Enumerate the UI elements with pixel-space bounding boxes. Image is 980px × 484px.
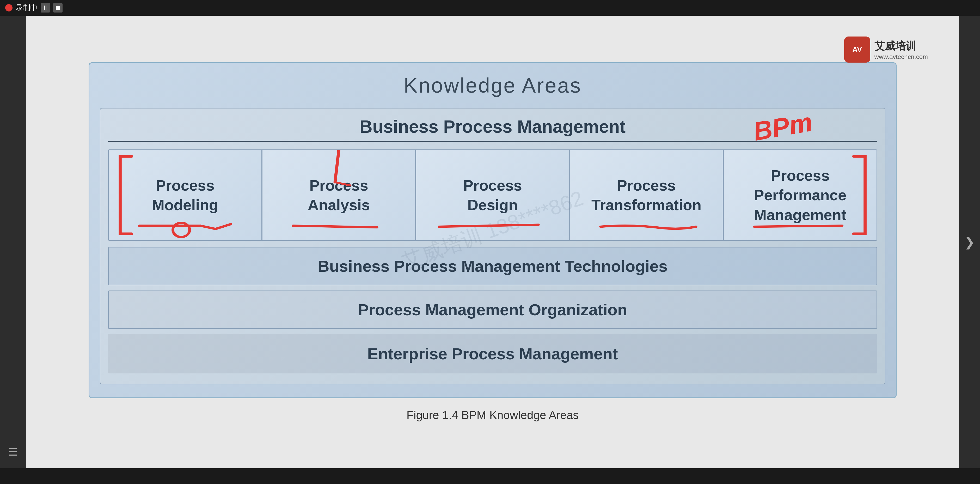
svg-line-6 bbox=[439, 225, 538, 227]
cell-process-transformation: ProcessTransformation bbox=[570, 150, 723, 241]
company-url: www.avtechcn.com bbox=[875, 53, 928, 61]
main-content: AV 艾威培训 www.avtechcn.com 艾威培训 138****862… bbox=[26, 16, 959, 468]
menu-icon[interactable]: ☰ bbox=[8, 446, 18, 458]
tech-bar: Business Process Management Technologies bbox=[108, 247, 877, 285]
svg-line-5 bbox=[293, 226, 377, 227]
figure-caption: Figure 1.4 BPM Knowledge Areas bbox=[407, 409, 579, 422]
svg-line-7 bbox=[754, 226, 842, 227]
org-bar-text: Process Management Organization bbox=[358, 301, 627, 318]
tech-bar-text: Business Process Management Technologies bbox=[318, 257, 668, 275]
cell-process-modeling: ProcessModeling bbox=[108, 150, 262, 241]
right-sidebar[interactable]: ❯ bbox=[959, 16, 980, 468]
cell-text-design: ProcessDesign bbox=[463, 175, 522, 215]
company-name: 艾威培训 bbox=[875, 39, 928, 53]
logo-text: 艾威培训 www.avtechcn.com bbox=[875, 39, 928, 61]
cell-text-performance: ProcessPerformanceManagement bbox=[754, 166, 846, 224]
record-label: 录制中 bbox=[16, 3, 38, 13]
stop-button[interactable]: ⏹ bbox=[53, 3, 62, 13]
bpm-annotation: BPm bbox=[753, 110, 839, 154]
cell-process-design: ProcessDesign bbox=[416, 150, 570, 241]
cell-text-analysis: ProcessAnalysis bbox=[308, 175, 370, 215]
diagram-box: 艾威培训 138****862 Knowledge Areas Business… bbox=[89, 62, 897, 398]
svg-text:BPm: BPm bbox=[751, 107, 815, 146]
cell-text-modeling: ProcessModeling bbox=[152, 175, 218, 215]
enterprise-bar-text: Enterprise Process Management bbox=[367, 345, 618, 363]
cell-text-transformation: ProcessTransformation bbox=[592, 175, 702, 215]
bpm-outer-box: Business Process Management BPm bbox=[100, 108, 885, 384]
enterprise-bar: Enterprise Process Management bbox=[108, 334, 877, 373]
cell-process-analysis: ProcessAnalysis bbox=[262, 150, 416, 241]
logo-box: AV bbox=[844, 37, 870, 62]
next-arrow-icon[interactable]: ❯ bbox=[964, 235, 975, 249]
record-indicator bbox=[5, 4, 13, 11]
cell-process-performance: ProcessPerformanceManagement bbox=[723, 150, 877, 241]
diagram-wrapper: 艾威培训 138****862 Knowledge Areas Business… bbox=[76, 62, 910, 422]
bottom-bar bbox=[0, 468, 980, 484]
process-cells-row: ProcessModeling ProcessAnalysis bbox=[108, 150, 877, 241]
org-bar: Process Management Organization bbox=[108, 290, 877, 329]
diagram-title: Knowledge Areas bbox=[100, 73, 885, 97]
svg-point-2 bbox=[173, 223, 189, 237]
top-bar: 录制中 ⏸ ⏹ bbox=[0, 0, 980, 16]
logo-area: AV 艾威培训 www.avtechcn.com bbox=[844, 37, 928, 62]
left-sidebar: ☰ bbox=[0, 16, 26, 468]
pause-button[interactable]: ⏸ bbox=[41, 3, 50, 13]
